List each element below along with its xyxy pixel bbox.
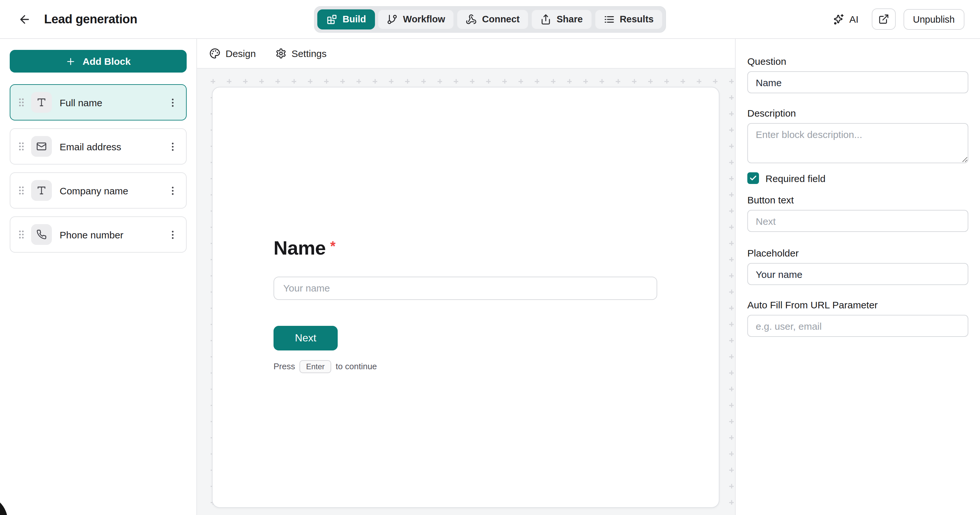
plus-mark bbox=[486, 79, 491, 84]
block-card-email-address[interactable]: Email address bbox=[10, 128, 187, 165]
plus-mark bbox=[227, 79, 231, 84]
plus-mark bbox=[583, 79, 588, 84]
canvas-column: Design Settings Name * Next bbox=[197, 39, 735, 515]
plus-mark bbox=[421, 79, 426, 84]
plus-mark bbox=[632, 79, 636, 84]
unpublish-button[interactable]: Unpublish bbox=[903, 9, 964, 29]
grip-icon[interactable] bbox=[14, 138, 29, 154]
tab-build[interactable]: Build bbox=[317, 9, 375, 29]
kebab-menu-icon[interactable] bbox=[165, 95, 180, 110]
placeholder-input[interactable] bbox=[747, 263, 968, 285]
type-icon bbox=[31, 92, 52, 113]
question-row: Name * bbox=[274, 237, 719, 259]
plus-mark bbox=[292, 79, 296, 84]
plus-mark bbox=[340, 79, 345, 84]
block-card-company-name[interactable]: Company name bbox=[10, 172, 187, 208]
plus-mark bbox=[729, 500, 734, 505]
plus-mark bbox=[519, 79, 523, 84]
preview-next-button[interactable]: Next bbox=[274, 326, 338, 350]
plus-mark bbox=[356, 79, 361, 84]
plus-mark bbox=[502, 79, 507, 84]
blocks-sidebar: Add Block Full name bbox=[0, 39, 197, 515]
description-label: Description bbox=[747, 108, 968, 119]
plus-mark bbox=[729, 160, 734, 165]
button-text-label: Button text bbox=[747, 194, 968, 205]
plus-mark bbox=[600, 79, 604, 84]
tab-workflow[interactable]: Workflow bbox=[378, 9, 454, 29]
add-block-label: Add Block bbox=[83, 56, 130, 67]
kebab-menu-icon[interactable] bbox=[165, 183, 180, 198]
plus-mark bbox=[211, 79, 215, 84]
grip-icon[interactable] bbox=[14, 227, 29, 242]
canvas: Name * Next Press Enter to continue bbox=[197, 69, 735, 515]
plus-mark bbox=[729, 370, 734, 375]
block-card-phone-number[interactable]: Phone number bbox=[10, 216, 187, 253]
form-preview-card[interactable]: Name * Next Press Enter to continue bbox=[212, 87, 719, 508]
plus-mark bbox=[324, 79, 329, 84]
plus-mark bbox=[616, 79, 620, 84]
plus-mark bbox=[729, 403, 734, 407]
description-textarea[interactable] bbox=[747, 123, 968, 163]
tab-connect[interactable]: Connect bbox=[457, 9, 529, 29]
plus-mark bbox=[729, 79, 734, 84]
plus-mark bbox=[729, 338, 734, 343]
plus-mark bbox=[729, 419, 734, 424]
tab-results[interactable]: Results bbox=[594, 9, 663, 29]
autofill-label: Auto Fill From URL Parameter bbox=[747, 299, 968, 310]
plus-mark bbox=[729, 273, 734, 278]
sparkles-icon bbox=[833, 13, 845, 25]
back-button[interactable] bbox=[16, 10, 34, 28]
settings-label: Settings bbox=[291, 48, 326, 59]
blocks-icon bbox=[326, 14, 337, 25]
plus-mark bbox=[729, 354, 734, 359]
add-block-button[interactable]: Add Block bbox=[10, 50, 187, 73]
main-area: Add Block Full name bbox=[0, 39, 980, 515]
plus-mark bbox=[729, 192, 734, 197]
ai-button[interactable]: AI bbox=[828, 10, 864, 29]
plus-mark bbox=[405, 79, 410, 84]
plus-mark bbox=[729, 128, 734, 132]
plus-mark bbox=[729, 387, 734, 391]
kebab-menu-icon[interactable] bbox=[165, 138, 180, 154]
button-text-input[interactable] bbox=[747, 210, 968, 232]
plus-mark bbox=[275, 79, 280, 84]
plus-mark bbox=[729, 451, 734, 456]
gear-icon bbox=[275, 48, 286, 59]
question-label: Question bbox=[747, 56, 968, 67]
tab-label: Connect bbox=[482, 14, 520, 24]
plus-mark bbox=[438, 79, 442, 84]
plus-mark bbox=[648, 79, 653, 84]
plus-mark bbox=[389, 79, 393, 84]
tab-share[interactable]: Share bbox=[531, 9, 592, 29]
tab-label: Share bbox=[557, 14, 583, 24]
grip-icon[interactable] bbox=[14, 95, 29, 110]
plus-mark bbox=[681, 79, 685, 84]
grip-icon[interactable] bbox=[14, 183, 29, 198]
required-checkbox[interactable] bbox=[747, 172, 759, 184]
plus-mark bbox=[567, 79, 572, 84]
topbar: Lead generation Build Workflow Connect bbox=[0, 0, 980, 39]
question-input[interactable] bbox=[747, 71, 968, 93]
plus-mark bbox=[243, 79, 248, 84]
block-label: Full name bbox=[60, 97, 165, 108]
inspector-panel: Question Description Required field Butt… bbox=[735, 39, 980, 515]
plus-mark bbox=[729, 257, 734, 262]
settings-button[interactable]: Settings bbox=[275, 48, 326, 59]
continue-text: to continue bbox=[336, 361, 377, 371]
open-external-button[interactable] bbox=[872, 8, 896, 30]
preview-answer-input[interactable] bbox=[274, 276, 657, 300]
autofill-input[interactable] bbox=[747, 315, 968, 337]
block-label: Phone number bbox=[60, 229, 165, 240]
mail-icon bbox=[31, 136, 52, 157]
press-text: Press bbox=[274, 361, 295, 371]
plus-mark bbox=[470, 79, 474, 84]
kebab-menu-icon[interactable] bbox=[165, 227, 180, 242]
plus-icon bbox=[66, 56, 76, 67]
enter-key-badge: Enter bbox=[299, 360, 331, 373]
required-field-row: Required field bbox=[747, 172, 968, 184]
plus-mark bbox=[729, 225, 734, 229]
plus-mark bbox=[697, 79, 701, 84]
design-button[interactable]: Design bbox=[209, 48, 256, 59]
block-card-full-name[interactable]: Full name bbox=[10, 84, 187, 121]
block-label: Company name bbox=[60, 185, 165, 196]
